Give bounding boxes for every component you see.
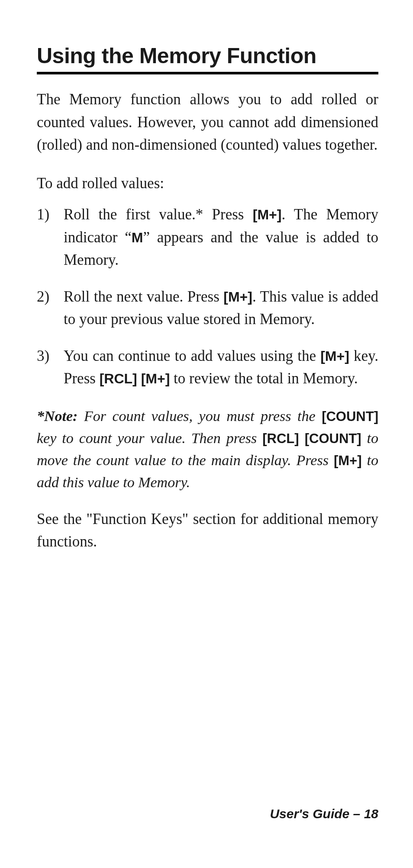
list-content: Roll the first value.* Press [M+]. The M… xyxy=(64,203,378,272)
key-label: [RCL] [M+] xyxy=(100,371,170,386)
key-label: [M+] xyxy=(334,453,362,468)
step-text: to review the total in Memory. xyxy=(170,370,358,387)
key-label: [COUNT] xyxy=(322,409,378,424)
key-label: [M+] xyxy=(253,207,282,222)
list-content: Roll the next value. Press [M+]. This va… xyxy=(64,286,378,331)
key-label: [RCL] [COUNT] xyxy=(262,431,361,446)
step-text: You can continue to add values using the xyxy=(64,347,320,364)
note-text: For count values, you must press the xyxy=(77,408,322,424)
list-content: You can continue to add values using the… xyxy=(64,345,378,390)
list-item: 3) You can continue to add values using … xyxy=(37,345,378,390)
list-marker: 1) xyxy=(37,203,64,272)
page-heading: Using the Memory Function xyxy=(37,43,378,74)
step-text: Roll the first value.* Press xyxy=(64,206,253,223)
list-item: 2) Roll the next value. Press [M+]. This… xyxy=(37,286,378,331)
page-footer: User's Guide – 18 xyxy=(270,807,378,821)
steps-list: 1) Roll the first value.* Press [M+]. Th… xyxy=(37,203,378,390)
sub-heading: To add rolled values: xyxy=(37,172,378,195)
note-label: *Note: xyxy=(37,408,77,424)
note-text: key to count your value. Then press xyxy=(37,430,262,446)
key-label: [M+] xyxy=(320,348,349,364)
list-marker: 3) xyxy=(37,345,64,390)
list-marker: 2) xyxy=(37,286,64,331)
key-label: [M+] xyxy=(223,289,252,305)
closing-paragraph: See the "Function Keys" section for addi… xyxy=(37,508,378,553)
list-item: 1) Roll the first value.* Press [M+]. Th… xyxy=(37,203,378,272)
intro-paragraph: The Memory function allows you to add ro… xyxy=(37,88,378,157)
step-text: Roll the next value. Press xyxy=(64,288,223,305)
memory-indicator-letter: M xyxy=(132,230,143,245)
note-paragraph: *Note: For count values, you must press … xyxy=(37,405,378,493)
